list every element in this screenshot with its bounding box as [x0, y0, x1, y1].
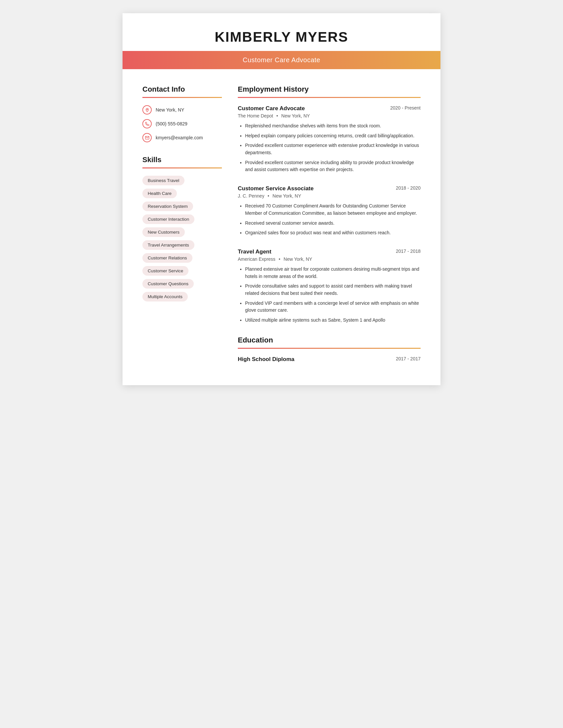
job-bullet: Received 70 Customer Compliment Awards f…: [245, 203, 421, 217]
job-bullet: Replenished merchandise shelves with ite…: [245, 122, 421, 130]
resume-page: KIMBERLY MYERS Customer Care Advocate Co…: [122, 13, 441, 385]
skills-divider: [142, 167, 222, 168]
contact-location: New York, NY: [142, 105, 222, 114]
skill-tag: New Customers: [142, 227, 185, 237]
skill-tag: Customer Service: [142, 266, 188, 276]
job-bullets: Planned extensive air travel for corpora…: [238, 266, 421, 324]
job-company: The Home Depot • New York, NY: [238, 113, 421, 118]
job-bullet: Provided VIP card members with a concier…: [245, 300, 421, 314]
header-name-section: KIMBERLY MYERS: [122, 13, 441, 51]
education-divider: [238, 348, 421, 349]
job-header: Travel Agent2017 - 2018: [238, 249, 421, 255]
skill-tag: Customer Relations: [142, 253, 192, 263]
job-title: Customer Care Advocate: [238, 105, 305, 112]
job-header: Customer Care Advocate2020 - Present: [238, 105, 421, 112]
skill-tag: Customer Interaction: [142, 214, 194, 224]
job-company: American Express • New York, NY: [238, 256, 421, 262]
job-bullet: Utilized multiple airline systems such a…: [245, 317, 421, 324]
job-bullet: Received several customer service awards…: [245, 220, 421, 227]
education-container: High School Diploma2017 - 2017: [238, 356, 421, 363]
contact-section-title: Contact Info: [142, 85, 222, 94]
contact-section: Contact Info New York, NY: [142, 85, 222, 142]
job-entry: Travel Agent2017 - 2018American Express …: [238, 249, 421, 324]
candidate-title: Customer Care Advocate: [243, 56, 320, 64]
job-company: J. C. Penney • New York, NY: [238, 193, 421, 199]
candidate-name: KIMBERLY MYERS: [142, 29, 421, 45]
job-dates: 2020 - Present: [390, 105, 421, 111]
contact-email: kmyers@example.com: [142, 133, 222, 142]
education-section-title: Education: [238, 336, 421, 344]
job-title: Travel Agent: [238, 249, 271, 255]
job-header: Customer Service Associate2018 - 2020: [238, 185, 421, 192]
employment-section-title: Employment History: [238, 85, 421, 94]
education-section: Education High School Diploma2017 - 2017: [238, 336, 421, 363]
job-dates: 2018 - 2020: [396, 185, 421, 191]
job-entry: Customer Service Associate2018 - 2020J. …: [238, 185, 421, 237]
main-content: Contact Info New York, NY: [122, 69, 441, 365]
right-column: Employment History Customer Care Advocat…: [238, 85, 421, 365]
job-title: Customer Service Associate: [238, 185, 314, 192]
job-bullet: Provide consultative sales and support t…: [245, 283, 421, 297]
job-bullets: Received 70 Customer Compliment Awards f…: [238, 203, 421, 237]
job-bullet: Provided excellent customer service incl…: [245, 159, 421, 173]
phone-icon: [142, 119, 152, 128]
job-bullet: Planned extensive air travel for corpora…: [245, 266, 421, 280]
location-text: New York, NY: [156, 107, 184, 113]
skills-section: Skills Business TravelHealth CareReserva…: [142, 156, 222, 305]
contact-divider: [142, 97, 222, 98]
skill-tag: Health Care: [142, 189, 177, 198]
left-column: Contact Info New York, NY: [142, 85, 222, 365]
skill-tag: Travel Arrangements: [142, 240, 194, 250]
employment-section: Employment History Customer Care Advocat…: [238, 85, 421, 324]
skills-section-title: Skills: [142, 156, 222, 164]
education-degree: High School Diploma: [238, 356, 295, 363]
employment-divider: [238, 97, 421, 98]
job-entry: Customer Care Advocate2020 - PresentThe …: [238, 105, 421, 173]
job-bullet: Organized sales floor so product was nea…: [245, 229, 421, 237]
contact-phone: (500) 555-0829: [142, 119, 222, 128]
job-bullet: Helped explain company policies concerni…: [245, 132, 421, 140]
email-icon: [142, 133, 152, 142]
education-dates: 2017 - 2017: [396, 356, 421, 361]
skill-tag: Multiple Accounts: [142, 292, 188, 301]
header-title-bar: Customer Care Advocate: [122, 51, 441, 69]
jobs-container: Customer Care Advocate2020 - PresentThe …: [238, 105, 421, 324]
job-dates: 2017 - 2018: [396, 249, 421, 254]
job-bullet: Provided excellent customer experience w…: [245, 142, 421, 156]
location-icon: [142, 105, 152, 114]
svg-point-0: [147, 109, 148, 110]
job-bullets: Replenished merchandise shelves with ite…: [238, 122, 421, 173]
phone-text: (500) 555-0829: [156, 121, 187, 126]
skill-tag: Reservation System: [142, 202, 193, 211]
skill-tag: Customer Questions: [142, 279, 194, 289]
skills-tags-container: Business TravelHealth CareReservation Sy…: [142, 176, 222, 305]
email-text: kmyers@example.com: [156, 135, 203, 140]
education-entry: High School Diploma2017 - 2017: [238, 356, 421, 363]
skill-tag: Business Travel: [142, 176, 184, 185]
